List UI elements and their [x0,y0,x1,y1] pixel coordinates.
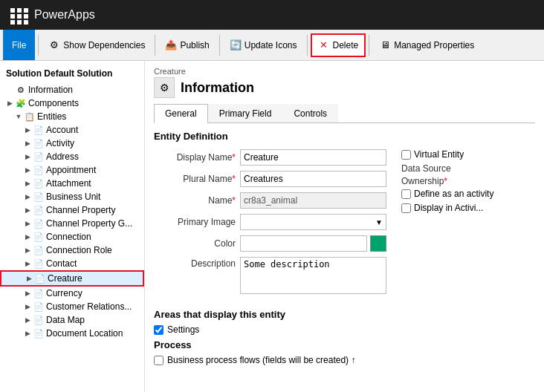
update-icons-button[interactable]: 🔄 Update Icons [223,33,304,57]
document-location-label: Document Location [46,328,123,339]
sidebar-item-components[interactable]: ▶ 🧩 Components [0,97,144,110]
channel-property-g-icon: 📄 [33,218,44,229]
areas-title: Areas that display this entity [154,309,535,320]
sidebar-item-connection[interactable]: ▶ 📄 Connection [0,230,144,244]
sidebar-item-channel-property[interactable]: ▶ 📄 Channel Property [0,203,144,217]
arrow-connection: ▶ [24,233,31,241]
publish-label: Publish [180,40,209,50]
sidebar-item-customer-relations[interactable]: ▶ 📄 Customer Relations... [0,300,144,313]
arrow-customer-relations: ▶ [24,303,31,310]
document-location-icon: 📄 [33,328,44,339]
arrow-appointment: ▶ [24,166,31,174]
appointment-label: Appointment [46,165,96,175]
description-input[interactable]: Some description [240,257,386,294]
data-source-label: Data Source [401,163,535,174]
display-in-activity-checkbox[interactable] [401,203,411,213]
define-as-activity-row: Define as an activity [401,189,535,199]
components-label: Components [28,98,79,108]
sidebar-item-data-map[interactable]: ▶ 📄 Data Map [0,313,144,327]
account-label: Account [46,125,78,135]
form-right: Virtual Entity Data Source Ownership* De… [401,149,535,301]
delete-button[interactable]: ✕ Delete [311,33,366,57]
update-icons-label: Update Icons [245,40,297,50]
business-unit-label: Business Unit [46,192,100,202]
business-process-checkbox[interactable] [154,356,163,365]
waffle-icon[interactable] [7,5,27,24]
sidebar-item-appointment[interactable]: ▶ 📄 Appointment [0,163,144,177]
sidebar: Solution Default Solution ⚙ Information … [0,61,145,392]
managed-properties-button[interactable]: 🖥 Managed Properties [372,33,481,57]
creature-icon: 📄 [35,273,45,284]
sidebar-item-entities[interactable]: ▼ 📋 Entities [0,110,144,123]
show-dependencies-button[interactable]: ⚙ Show Dependencies [42,33,152,57]
sidebar-item-attachment[interactable]: ▶ 📄 Attachment [0,177,144,190]
name-input[interactable] [240,192,386,209]
name-row: Name* [154,192,386,209]
ribbon: File ⚙ Show Dependencies 📤 Publish 🔄 Upd… [0,30,544,61]
form-grid: Display Name* Plural Name* Name* [154,149,535,301]
arrow-document-location: ▶ [24,330,31,337]
business-unit-icon: 📄 [33,192,44,202]
sidebar-item-information[interactable]: ⚙ Information [0,83,144,97]
contact-label: Contact [46,258,77,269]
dependencies-icon: ⚙ [48,39,60,51]
sidebar-item-address[interactable]: ▶ 📄 Address [0,150,144,163]
contact-icon: 📄 [33,258,44,269]
channel-property-g-label: Channel Property G... [46,218,132,229]
arrow-creature: ▶ [25,275,33,282]
attachment-label: Attachment [46,178,91,189]
display-name-label: Display Name* [154,152,236,163]
display-name-input[interactable] [240,149,386,166]
sidebar-item-channel-property-g[interactable]: ▶ 📄 Channel Property G... [0,217,144,230]
top-bar: PowerApps [0,0,544,30]
description-area: Some description [240,257,386,296]
account-icon: 📄 [33,125,44,135]
sidebar-item-document-location[interactable]: ▶ 📄 Document Location [0,327,144,340]
plural-name-row: Plural Name* [154,171,386,187]
address-icon: 📄 [33,151,44,162]
tab-general[interactable]: General [154,104,208,123]
entities-label: Entities [37,111,66,122]
arrow-channel-property: ▶ [24,206,31,214]
connection-label: Connection [46,232,91,242]
color-row: Color [154,235,386,252]
data-map-icon: 📄 [33,315,44,325]
sidebar-item-connection-role[interactable]: ▶ 📄 Connection Role [0,244,144,257]
delete-label: Delete [333,40,359,50]
name-label: Name* [154,195,236,206]
customer-relations-icon: 📄 [33,301,44,312]
primary-image-select[interactable]: ▼ [240,214,386,230]
tab-primary-field[interactable]: Primary Field [208,104,283,122]
description-label: Description [154,257,236,269]
tab-controls[interactable]: Controls [282,104,338,122]
sidebar-item-activity[interactable]: ▶ 📄 Activity [0,137,144,150]
connection-role-label: Connection Role [46,245,112,255]
publish-button[interactable]: 📤 Publish [158,33,216,57]
page-title-row: ⚙ Information [154,77,535,98]
managed-properties-label: Managed Properties [394,40,474,50]
sidebar-item-contact[interactable]: ▶ 📄 Contact [0,257,144,270]
plural-name-input[interactable] [240,171,386,187]
settings-checkbox[interactable] [154,325,163,335]
color-input[interactable] [240,235,367,252]
color-swatch[interactable] [370,235,386,252]
entity-definition-title: Entity Definition [154,131,535,142]
breadcrumb-text: Creature [154,67,186,76]
define-as-activity-checkbox[interactable] [401,189,411,199]
connection-role-icon: 📄 [33,245,44,255]
process-section: Process Business process flows (fields w… [154,339,535,365]
sidebar-item-currency[interactable]: ▶ 📄 Currency [0,287,144,300]
activity-label: Activity [46,138,74,148]
entities-icon: 📋 [25,111,35,122]
sidebar-item-creature[interactable]: ▶ 📄 Creature [0,270,144,287]
sidebar-item-account[interactable]: ▶ 📄 Account [0,123,144,137]
breadcrumb: Creature [154,67,535,76]
virtual-entity-checkbox[interactable] [401,150,411,160]
arrow-business-unit: ▶ [24,193,31,200]
file-button[interactable]: File [3,30,35,60]
customer-relations-label: Customer Relations... [46,301,132,312]
plural-name-label: Plural Name* [154,174,236,184]
arrow-account: ▶ [24,126,31,134]
components-icon: 🧩 [16,98,26,108]
sidebar-item-business-unit[interactable]: ▶ 📄 Business Unit [0,190,144,203]
